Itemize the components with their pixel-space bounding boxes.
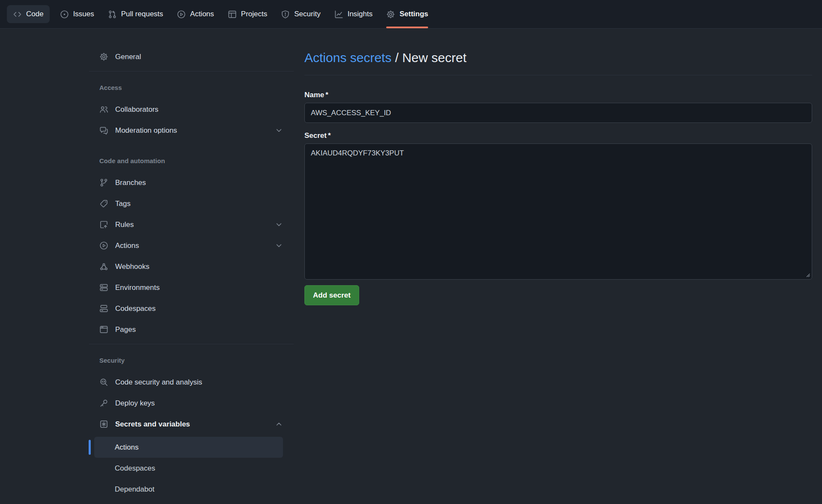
sidebar-item-label: Environments [115,283,160,292]
sidebar-item-collaborators[interactable]: Collaborators [89,99,294,120]
divider [89,344,294,344]
nav-item-label: Pull requests [121,10,163,18]
webhook-icon [99,262,108,271]
sidebar-item-actions[interactable]: Actions [89,235,294,256]
nav-item-projects[interactable]: Projects [222,0,273,28]
new-secret-panel: Actions secrets / New secret Name* Secre… [304,49,812,305]
secret-value-wrapper: AKIAUD4RQDYF73KY3PUT [304,143,812,280]
chevron-down-icon [274,241,283,250]
asterisk-box-icon [99,420,108,429]
name-label: Name* [304,91,812,99]
browser-icon [99,325,108,334]
graph-icon [334,10,343,19]
nav-item-security[interactable]: Security [275,0,326,28]
shield-icon [281,10,290,19]
sidebar-subitem-label: Dependabot [115,485,155,494]
sidebar-item-rules[interactable]: Rules [89,214,294,235]
sidebar-item-code-security-and-analysis[interactable]: Code security and analysis [89,372,294,393]
sidebar-section-security: Security [89,348,294,372]
nav-item-pull-requests[interactable]: Pull requests [102,0,169,28]
nav-item-label: Settings [399,10,428,18]
secret-label: Secret* [304,131,812,140]
sidebar-item-label: Webhooks [115,262,149,271]
sidebar-subitem-codespaces[interactable]: Codespaces [94,458,283,479]
sidebar-item-secrets-and-variables[interactable]: Secrets and variables [89,414,294,435]
nav-item-actions[interactable]: Actions [171,0,220,28]
issue-opened-icon [60,10,69,19]
sidebar-item-codespaces[interactable]: Codespaces [89,298,294,319]
nav-item-settings[interactable]: Settings [380,0,434,28]
play-icon [177,10,186,19]
sidebar-item-pages[interactable]: Pages [89,319,294,340]
nav-item-label: Projects [241,10,267,18]
git-branch-icon [99,178,108,187]
play-icon [99,241,108,250]
sidebar-item-environments[interactable]: Environments [89,277,294,298]
nav-item-label: Code [26,10,44,18]
chevron-up-icon [274,420,283,429]
sidebar-item-label: Pages [115,325,136,334]
sidebar-subitem-label: Codespaces [115,464,155,473]
sidebar-item-label: Collaborators [115,105,158,114]
sidebar-item-label: Rules [115,221,134,229]
divider [89,71,294,72]
required-mark: * [328,131,331,140]
rules-icon [99,220,108,229]
nav-item-label: Security [294,10,320,18]
actions-secrets-breadcrumb-link[interactable]: Actions secrets [304,51,391,65]
sidebar-item-webhooks[interactable]: Webhooks [89,256,294,277]
sidebar-subitem-dependabot[interactable]: Dependabot [94,479,283,500]
code-icon [13,10,22,19]
sidebar-item-moderation-options[interactable]: Moderation options [89,120,294,141]
sidebar-item-branches[interactable]: Branches [89,172,294,193]
nav-item-label: Issues [73,10,94,18]
nav-item-label: Actions [190,10,214,18]
breadcrumb-current: New secret [402,51,466,65]
git-pull-request-icon [108,10,117,19]
server-icon [99,283,108,292]
sidebar-item-label: Code security and analysis [115,378,202,387]
secret-name-input[interactable] [304,103,812,123]
sidebar-item-label: Actions [115,242,139,250]
chevron-down-icon [274,220,283,229]
sidebar-section-code-and-automation: Code and automation [89,149,294,172]
sidebar-section-access: Access [89,75,294,99]
nav-item-code[interactable]: Code [7,5,50,23]
table-icon [228,10,237,19]
key-icon [99,399,108,408]
codespaces-icon [99,304,108,313]
tag-icon [99,199,108,208]
sidebar-item-label: General [115,53,141,61]
sidebar-item-label: Moderation options [115,126,177,135]
repo-top-nav: Code Issues Pull requests Actions Projec… [0,0,822,29]
nav-item-issues[interactable]: Issues [54,0,100,28]
sidebar-subitem-label: Actions [115,443,139,452]
chevron-down-icon [274,126,283,135]
sidebar-item-label: Codespaces [115,304,156,313]
page-title: Actions secrets / New secret [304,49,812,75]
settings-sidebar: General Access Collaborators Moderation … [89,46,294,500]
sidebar-item-deploy-keys[interactable]: Deploy keys [89,393,294,414]
sidebar-item-general[interactable]: General [89,46,294,67]
sidebar-item-label: Deploy keys [115,399,155,408]
sidebar-item-label: Branches [115,179,146,187]
add-secret-button[interactable]: Add secret [304,285,359,305]
gear-icon [99,52,108,61]
resize-grip-icon[interactable] [804,271,811,278]
secret-value-textarea[interactable]: AKIAUD4RQDYF73KY3PUT [304,143,812,280]
required-mark: * [325,91,328,99]
comment-discussion-icon [99,126,108,135]
gear-icon [386,10,395,19]
nav-item-label: Insights [348,10,373,18]
people-icon [99,105,108,114]
nav-item-insights[interactable]: Insights [328,0,379,28]
sidebar-item-tags[interactable]: Tags [89,193,294,214]
code-scan-icon [99,378,108,387]
sidebar-subitem-actions[interactable]: Actions [94,437,283,458]
breadcrumb-separator: / [395,51,399,65]
sidebar-item-label: Tags [115,200,131,208]
sidebar-item-label: Secrets and variables [115,420,190,429]
